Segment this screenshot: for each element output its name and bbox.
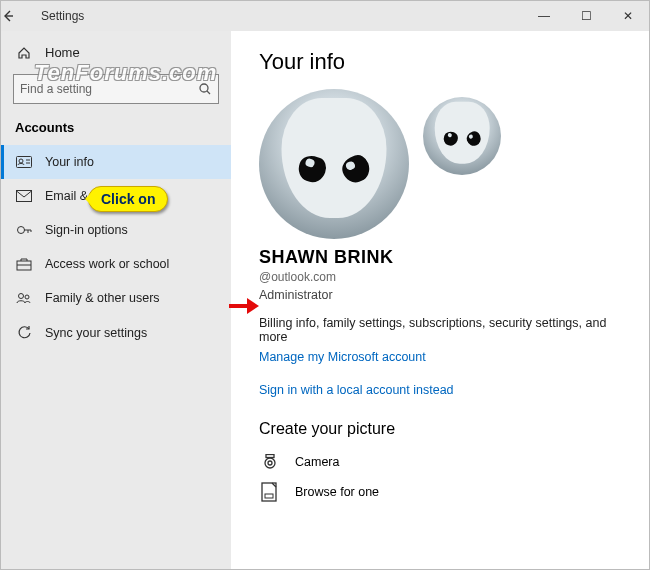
page-title: Your info bbox=[259, 49, 631, 75]
svg-point-8 bbox=[18, 227, 25, 234]
home-label: Home bbox=[45, 45, 80, 60]
nav-label: Sign-in options bbox=[45, 223, 128, 237]
browse-icon bbox=[259, 482, 281, 502]
camera-icon bbox=[259, 454, 281, 470]
nav-sync-settings[interactable]: Sync your settings bbox=[1, 315, 231, 350]
settings-window: Settings — ☐ ✕ Home Find a setting Accou… bbox=[0, 0, 650, 570]
billing-description: Billing info, family settings, subscript… bbox=[259, 316, 631, 344]
svg-rect-7 bbox=[17, 191, 32, 202]
nav-family-users[interactable]: Family & other users bbox=[1, 281, 231, 315]
camera-row[interactable]: Camera bbox=[259, 448, 631, 476]
nav-label: Sync your settings bbox=[45, 326, 147, 340]
svg-rect-18 bbox=[266, 455, 274, 458]
nav-your-info[interactable]: Your info bbox=[1, 145, 231, 179]
user-email: @outlook.com bbox=[259, 270, 631, 284]
svg-point-15 bbox=[25, 295, 29, 299]
local-account-link[interactable]: Sign in with a local account instead bbox=[259, 383, 454, 397]
svg-point-17 bbox=[268, 461, 272, 465]
search-icon bbox=[198, 82, 212, 96]
manage-account-link[interactable]: Manage my Microsoft account bbox=[259, 350, 426, 364]
svg-rect-20 bbox=[265, 494, 273, 498]
back-button[interactable] bbox=[1, 9, 31, 23]
search-placeholder: Find a setting bbox=[20, 82, 198, 96]
nav-label: Family & other users bbox=[45, 291, 160, 305]
sidebar: Home Find a setting Accounts Your info E… bbox=[1, 31, 231, 569]
window-title: Settings bbox=[31, 9, 84, 23]
close-button[interactable]: ✕ bbox=[607, 1, 649, 31]
section-heading: Accounts bbox=[1, 116, 231, 145]
avatar-small[interactable] bbox=[423, 97, 501, 175]
nav-signin-options[interactable]: Sign-in options bbox=[1, 213, 231, 247]
back-arrow-icon bbox=[1, 9, 15, 23]
nav-access-work[interactable]: Access work or school bbox=[1, 247, 231, 281]
svg-point-4 bbox=[19, 159, 23, 163]
search-input[interactable]: Find a setting bbox=[13, 74, 219, 104]
home-icon bbox=[15, 46, 33, 60]
browse-row[interactable]: Browse for one bbox=[259, 476, 631, 508]
annotation-callout: Click on bbox=[88, 186, 168, 212]
camera-label: Camera bbox=[295, 455, 339, 469]
key-icon bbox=[15, 223, 33, 237]
svg-point-1 bbox=[200, 84, 208, 92]
briefcase-icon bbox=[15, 257, 33, 271]
avatar-large[interactable] bbox=[259, 89, 409, 239]
svg-point-16 bbox=[265, 458, 275, 468]
person-card-icon bbox=[15, 155, 33, 169]
user-role: Administrator bbox=[259, 288, 631, 302]
user-name: SHAWN BRINK bbox=[259, 247, 631, 268]
home-nav[interactable]: Home bbox=[1, 39, 231, 66]
mail-icon bbox=[15, 190, 33, 202]
sync-icon bbox=[15, 325, 33, 340]
nav-label: Your info bbox=[45, 155, 94, 169]
browse-label: Browse for one bbox=[295, 485, 379, 499]
create-picture-heading: Create your picture bbox=[259, 420, 631, 438]
avatar-row bbox=[259, 89, 631, 239]
titlebar: Settings — ☐ ✕ bbox=[1, 1, 649, 31]
svg-line-2 bbox=[207, 91, 210, 94]
nav-label: Access work or school bbox=[45, 257, 169, 271]
maximize-button[interactable]: ☐ bbox=[565, 1, 607, 31]
main-content: Your info SHAWN BRINK @outlook.com Admin… bbox=[231, 31, 649, 569]
minimize-button[interactable]: — bbox=[523, 1, 565, 31]
svg-point-14 bbox=[19, 294, 24, 299]
people-icon bbox=[15, 291, 33, 305]
